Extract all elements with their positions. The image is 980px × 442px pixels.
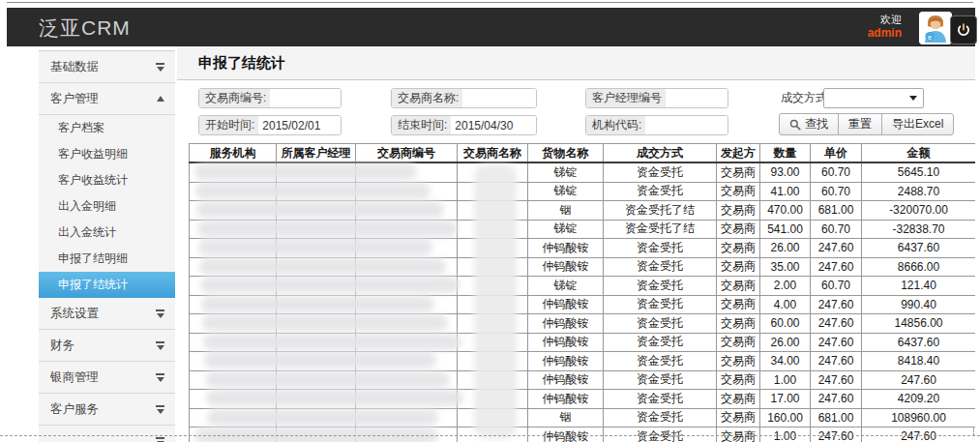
sidebar-item-申报了结明细[interactable]: 申报了结明细	[39, 246, 175, 272]
table-row[interactable]: 仲钨酸铵资金受托交易商26.00247.606437.60	[190, 239, 976, 258]
table-cell	[277, 408, 356, 427]
field-trader-id: 交易商编号:	[198, 88, 342, 108]
column-header: 所属客户经理	[277, 144, 356, 163]
reset-button[interactable]: 重置	[838, 113, 882, 135]
table-cell: 681.00	[811, 408, 862, 427]
table-row[interactable]: 仲钨酸铵资金受托交易商26.00247.606437.60	[190, 333, 976, 352]
table-cell: 60.70	[811, 182, 862, 201]
manager-id-input[interactable]	[666, 89, 728, 107]
sidebar-item-基础数据[interactable]: 基础数据	[39, 51, 175, 83]
table-row[interactable]: 仲钨酸铵资金受托交易商35.00247.608666.00	[190, 257, 976, 277]
table-cell	[356, 201, 458, 221]
table-cell: 仲钨酸铵	[528, 295, 604, 314]
table-cell	[190, 239, 277, 258]
chevron-down-icon	[909, 96, 917, 101]
column-header: 服务机构	[190, 144, 277, 163]
table-cell: 60.70	[811, 277, 862, 296]
avatar-person-icon: e	[919, 12, 952, 44]
table-header-row: 服务机构所属客户经理交易商编号交易商名称货物名称成交方式发起方数量单价金额	[190, 144, 976, 163]
table-row[interactable]: 锑锭资金受托交易商2.0060.70121.40	[190, 277, 976, 296]
sidebar-item-客户收益统计[interactable]: 客户收益统计	[39, 167, 175, 193]
sidebar-item-系统设置[interactable]: 系统设置	[39, 298, 175, 330]
power-icon	[957, 23, 970, 37]
table-cell: 交易商	[717, 201, 760, 221]
table-cell	[356, 390, 458, 409]
sidebar-item-银商管理[interactable]: 银商管理	[39, 362, 175, 394]
table-cell: 资金受托	[604, 295, 717, 314]
table-row[interactable]: 仲钨酸铵资金受托交易商17.00247.604209.20	[190, 390, 976, 409]
sidebar-item-客户服务[interactable]: 客户服务	[39, 394, 175, 426]
table-cell: 35.00	[760, 257, 811, 277]
field-manager-id: 客户经理编号	[585, 88, 728, 108]
table-cell: 60.70	[811, 220, 862, 239]
search-button[interactable]: 查找	[779, 113, 839, 135]
table-cell	[190, 390, 277, 409]
export-excel-button[interactable]: 导出Excel	[881, 113, 954, 135]
deal-type-select[interactable]	[823, 88, 924, 108]
end-date-input[interactable]	[451, 116, 536, 134]
sidebar-item-出入金统计[interactable]: 出入金统计	[39, 220, 175, 246]
table-cell: 4.00	[760, 295, 811, 314]
table-cell	[356, 220, 458, 239]
search-button-label: 查找	[805, 116, 828, 133]
sidebar-item-label: 客户服务	[50, 401, 155, 418]
table-row[interactable]: 铟资金受托交易商160.00681.00108960.00	[190, 408, 976, 427]
sidebar-item-财务[interactable]: 财务	[39, 330, 175, 362]
main-content: 申报了结统计 交易商编号: 交易商名称: 客户经理编号 开始时间: 结束时间: …	[177, 46, 975, 442]
table-cell	[277, 314, 356, 334]
table-cell	[277, 333, 356, 352]
table-cell	[356, 352, 458, 371]
table-cell: 681.00	[811, 201, 862, 221]
table-cell: 铟	[528, 408, 604, 427]
start-date-input[interactable]	[258, 116, 341, 134]
table-row[interactable]: 锑锭资金受托交易商93.0060.705645.10	[190, 162, 976, 182]
trader-id-input[interactable]	[270, 89, 341, 107]
column-header: 金额	[862, 144, 976, 163]
user-avatar[interactable]: e	[919, 12, 952, 44]
expand-icon	[155, 341, 165, 350]
welcome-label: 欢迎	[868, 13, 902, 26]
username: admin	[868, 26, 902, 40]
table-cell: 41.00	[760, 182, 811, 201]
table-cell: 108960.00	[862, 408, 976, 427]
sidebar-item-客户档案[interactable]: 客户档案	[39, 115, 175, 141]
table-cell: 资金受托	[604, 277, 717, 296]
sidebar-item-客户收益明细[interactable]: 客户收益明细	[39, 141, 175, 167]
sidebar-item-出入金明细[interactable]: 出入金明细	[39, 193, 175, 220]
sidebar-item-label: 基础数据	[50, 59, 155, 75]
table-cell: 4209.20	[862, 390, 976, 409]
table-row[interactable]: 仲钨酸铵资金受托交易商60.00247.6014856.00	[190, 314, 976, 334]
table-row[interactable]: 仲钨酸铵资金受托交易商4.00247.60990.40	[190, 295, 976, 314]
table-cell	[458, 239, 528, 258]
table-cell: 990.40	[862, 295, 976, 314]
table-cell	[458, 277, 528, 296]
trader-name-input[interactable]	[462, 89, 536, 107]
table-cell: 仲钨酸铵	[528, 257, 604, 277]
table-cell: 34.00	[760, 352, 811, 371]
table-cell	[190, 162, 277, 182]
table-cell: 26.00	[760, 239, 811, 258]
table-cell: 交易商	[717, 370, 760, 390]
table-row[interactable]: 锑锭资金受托交易商41.0060.702488.70	[190, 182, 976, 201]
table-cell	[356, 162, 458, 182]
table-cell	[277, 257, 356, 277]
table-cell: 资金受托	[604, 370, 717, 390]
table-cell	[356, 277, 458, 296]
logout-power-button[interactable]	[950, 15, 977, 44]
org-code-input[interactable]	[645, 116, 728, 134]
table-cell	[458, 257, 528, 277]
sidebar-item-extra-13[interactable]	[39, 426, 175, 442]
table-cell	[277, 239, 356, 258]
table-row[interactable]: 锑锭资金受托了结交易商541.0060.70-32838.70	[190, 220, 976, 239]
sidebar-item-label: 客户档案	[58, 120, 165, 136]
table-row[interactable]: 铟资金受托了结交易商470.00681.00-320070.00	[190, 201, 976, 221]
table-cell: 交易商	[717, 352, 760, 371]
table-cell	[277, 352, 356, 371]
table-cell	[356, 239, 458, 258]
table-row[interactable]: 仲钨酸铵资金受托交易商34.00247.608418.40	[190, 352, 976, 371]
field-start-date-label: 开始时间:	[199, 116, 258, 134]
sidebar-item-客户管理[interactable]: 客户管理	[39, 83, 175, 115]
table-row[interactable]: 仲钨酸铵资金受托交易商1.00247.60247.60	[190, 370, 976, 390]
sidebar-item-申报了结统计[interactable]: 申报了结统计	[39, 272, 175, 298]
table-cell: 交易商	[717, 239, 760, 258]
